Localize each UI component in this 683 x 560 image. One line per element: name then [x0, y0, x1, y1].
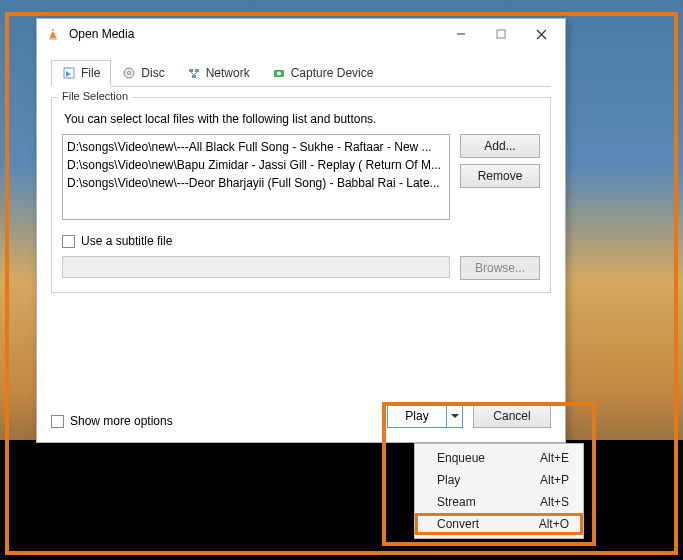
tab-capture-label: Capture Device — [291, 66, 374, 80]
svg-rect-1 — [49, 38, 57, 40]
list-item[interactable]: D:\songs\Video\new\Bapu Zimidar - Jassi … — [67, 156, 445, 174]
cancel-button[interactable]: Cancel — [473, 404, 551, 428]
titlebar[interactable]: Open Media — [37, 19, 565, 49]
svg-marker-0 — [50, 28, 56, 38]
tab-disc[interactable]: Disc — [111, 59, 175, 86]
remove-button[interactable]: Remove — [460, 164, 540, 188]
menu-item-label: Play — [437, 473, 460, 487]
menu-item-shortcut: Alt+S — [540, 495, 569, 509]
tab-network[interactable]: Network — [176, 59, 261, 86]
add-button[interactable]: Add... — [460, 134, 540, 158]
svg-rect-13 — [192, 75, 196, 78]
file-icon — [62, 66, 76, 80]
svg-line-14 — [191, 72, 194, 75]
svg-point-10 — [128, 72, 131, 75]
window-title: Open Media — [69, 27, 441, 41]
tab-bar: File Disc Network Capture Device — [51, 59, 551, 87]
tab-file[interactable]: File — [51, 60, 111, 87]
file-selection-legend: File Selection — [58, 90, 132, 102]
menu-item-convert[interactable]: Convert Alt+O — [415, 513, 583, 535]
open-media-dialog: Open Media File Disc Network Capture Dev… — [36, 18, 566, 443]
maximize-button[interactable] — [481, 20, 521, 48]
show-more-label: Show more options — [70, 414, 173, 428]
svg-rect-2 — [51, 31, 54, 32]
play-dropdown-toggle[interactable] — [446, 405, 462, 427]
browse-button: Browse... — [460, 256, 540, 280]
disc-icon — [122, 66, 136, 80]
menu-item-shortcut: Alt+E — [540, 451, 569, 465]
svg-point-17 — [277, 72, 281, 76]
show-more-checkbox[interactable] — [51, 415, 64, 428]
tab-file-label: File — [81, 66, 100, 80]
tab-network-label: Network — [206, 66, 250, 80]
close-button[interactable] — [521, 20, 561, 48]
show-more-options[interactable]: Show more options — [51, 414, 173, 428]
svg-rect-11 — [189, 69, 193, 72]
menu-item-enqueue[interactable]: Enqueue Alt+E — [415, 447, 583, 469]
subtitle-checkbox-label: Use a subtitle file — [81, 234, 172, 248]
menu-item-stream[interactable]: Stream Alt+S — [415, 491, 583, 513]
minimize-button[interactable] — [441, 20, 481, 48]
list-item[interactable]: D:\songs\Video\new\---Deor Bharjayii (Fu… — [67, 174, 445, 192]
file-selection-group: File Selection You can select local file… — [51, 97, 551, 293]
menu-item-label: Convert — [437, 517, 479, 531]
play-button[interactable]: Play — [388, 405, 446, 427]
menu-item-label: Enqueue — [437, 451, 485, 465]
tab-capture[interactable]: Capture Device — [261, 59, 385, 86]
play-split-button[interactable]: Play — [387, 404, 463, 428]
play-dropdown-menu: Enqueue Alt+E Play Alt+P Stream Alt+S Co… — [414, 443, 584, 539]
vlc-cone-icon — [45, 26, 61, 42]
svg-line-15 — [194, 72, 197, 75]
menu-item-label: Stream — [437, 495, 476, 509]
menu-item-play[interactable]: Play Alt+P — [415, 469, 583, 491]
menu-item-shortcut: Alt+P — [540, 473, 569, 487]
network-icon — [187, 66, 201, 80]
menu-item-shortcut: Alt+O — [539, 517, 569, 531]
svg-rect-12 — [195, 69, 199, 72]
tab-disc-label: Disc — [141, 66, 164, 80]
list-item[interactable]: D:\songs\Video\new\---All Black Full Son… — [67, 138, 445, 156]
file-selection-hint: You can select local files with the foll… — [64, 112, 540, 126]
capture-icon — [272, 66, 286, 80]
subtitle-path-input — [62, 256, 450, 278]
file-list[interactable]: D:\songs\Video\new\---All Black Full Son… — [62, 134, 450, 220]
svg-rect-4 — [497, 30, 505, 38]
subtitle-checkbox[interactable] — [62, 235, 75, 248]
